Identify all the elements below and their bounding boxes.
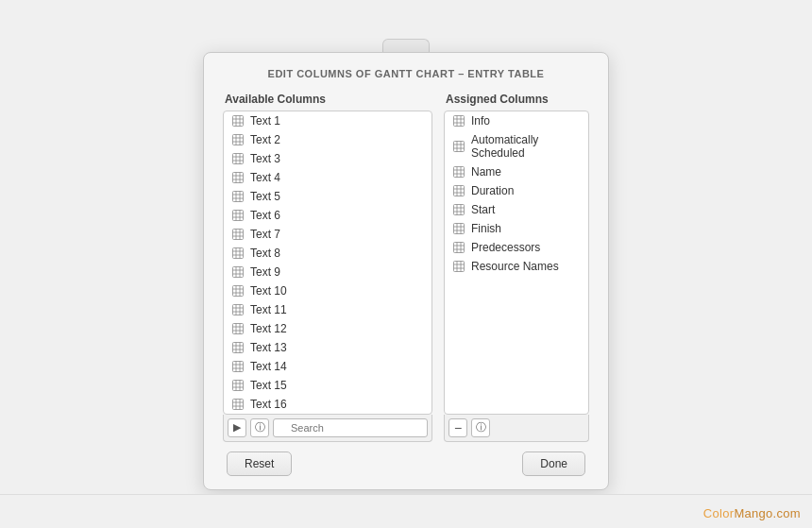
column-icon	[452, 203, 465, 216]
available-list-item[interactable]: Text 14	[224, 357, 431, 376]
column-icon	[231, 265, 245, 279]
column-icon	[231, 247, 245, 260]
svg-rect-90	[454, 166, 465, 177]
assigned-list-item[interactable]: Resource Names	[445, 257, 588, 276]
svg-rect-25	[233, 210, 244, 220]
column-icon	[231, 228, 245, 241]
dialog-title: EDIT COLUMNS OF GANTT CHART – ENTRY TABL…	[223, 68, 589, 79]
available-toolbar: ▶ ⓘ 🔍	[223, 415, 432, 442]
available-list-item[interactable]: Text 7	[224, 225, 431, 244]
column-icon	[452, 222, 465, 235]
available-list-item[interactable]: Text 6	[224, 206, 431, 225]
assigned-list-item[interactable]: Finish	[445, 219, 588, 238]
search-wrapper: 🔍	[273, 418, 428, 437]
assigned-list-item[interactable]: Start	[445, 200, 588, 219]
svg-rect-15	[233, 172, 244, 182]
svg-rect-115	[454, 261, 465, 271]
bottom-bar	[0, 494, 812, 528]
dialog-wrapper: EDIT COLUMNS OF GANTT CHART – ENTRY TABL…	[203, 39, 609, 490]
column-icon	[231, 171, 245, 184]
column-icon	[452, 241, 465, 254]
svg-rect-105	[454, 223, 465, 233]
available-list-item[interactable]: Text 11	[224, 300, 431, 319]
edit-columns-dialog: EDIT COLUMNS OF GANTT CHART – ENTRY TABL…	[203, 52, 609, 490]
available-columns-list[interactable]: Text 1 Text 2 Text 3 Text 4 Text 5	[223, 111, 432, 415]
assigned-list-item[interactable]: Name	[445, 162, 588, 181]
svg-rect-50	[233, 304, 244, 315]
available-list-item[interactable]: Text 4	[224, 168, 431, 187]
assigned-toolbar: − ⓘ	[444, 415, 589, 442]
svg-rect-80	[454, 115, 465, 126]
column-icon	[452, 165, 465, 179]
available-columns-panel: Available Columns Text 1 Text 2 Text 3	[223, 93, 432, 442]
assigned-list-item[interactable]: Info	[445, 111, 588, 130]
info-available-button[interactable]: ⓘ	[250, 418, 269, 437]
search-input[interactable]	[273, 418, 428, 437]
svg-rect-45	[233, 285, 244, 296]
column-icon	[452, 140, 465, 153]
column-icon	[231, 190, 245, 203]
column-icon	[231, 341, 245, 354]
column-icon	[231, 209, 245, 222]
available-list-item[interactable]: Text 12	[224, 319, 431, 338]
svg-rect-75	[233, 399, 244, 409]
available-list-item[interactable]: Text 15	[224, 376, 431, 395]
reset-button[interactable]: Reset	[227, 451, 292, 476]
svg-rect-20	[233, 191, 244, 201]
svg-rect-10	[233, 153, 244, 163]
column-icon	[231, 284, 245, 298]
column-icon	[231, 379, 245, 392]
svg-rect-5	[233, 134, 244, 145]
available-list-item[interactable]: Text 5	[224, 187, 431, 206]
assigned-list-item[interactable]: Duration	[445, 181, 588, 200]
assigned-list-item[interactable]: Predecessors	[445, 238, 588, 257]
available-list-item[interactable]: Text 10	[224, 281, 431, 300]
available-list-item[interactable]: Text 13	[224, 338, 431, 357]
column-icon	[452, 260, 465, 273]
assigned-list-item[interactable]: Automatically Scheduled	[445, 130, 588, 162]
columns-container: Available Columns Text 1 Text 2 Text 3	[223, 93, 589, 442]
svg-rect-60	[233, 342, 244, 352]
dialog-tab	[382, 39, 430, 52]
available-list-item[interactable]: Text 9	[224, 263, 431, 281]
column-icon	[452, 114, 465, 128]
assigned-columns-header: Assigned Columns	[444, 93, 589, 106]
svg-rect-85	[454, 141, 465, 151]
column-icon	[231, 398, 245, 411]
column-icon	[231, 360, 245, 373]
svg-rect-35	[233, 247, 244, 258]
available-list-item[interactable]: Text 2	[224, 130, 431, 149]
svg-rect-30	[233, 229, 244, 239]
svg-rect-55	[233, 323, 244, 333]
column-icon	[452, 184, 465, 197]
available-list-item[interactable]: Text 3	[224, 149, 431, 168]
done-button[interactable]: Done	[522, 451, 585, 476]
svg-rect-95	[454, 185, 465, 196]
column-icon	[231, 303, 245, 316]
column-icon	[231, 152, 245, 165]
assigned-columns-list[interactable]: Info Automatically Scheduled Name Durati…	[444, 111, 589, 415]
watermark: ColorMango.com	[703, 506, 801, 520]
available-columns-header: Available Columns	[223, 93, 432, 106]
column-icon	[231, 133, 245, 146]
info-assigned-button[interactable]: ⓘ	[471, 418, 490, 437]
svg-rect-110	[454, 242, 465, 252]
assigned-columns-panel: Assigned Columns Info Automatically Sche…	[444, 93, 589, 442]
svg-rect-0	[233, 115, 244, 126]
available-list-item[interactable]: Text 16	[224, 395, 431, 414]
available-list-item[interactable]: Text 1	[224, 111, 431, 130]
svg-rect-40	[233, 266, 244, 277]
add-column-button[interactable]: ▶	[228, 418, 246, 437]
dialog-footer: Reset Done	[223, 451, 589, 476]
remove-column-button[interactable]: −	[448, 418, 467, 437]
svg-rect-70	[233, 380, 244, 390]
svg-rect-100	[454, 204, 465, 214]
svg-rect-65	[233, 361, 244, 371]
available-list-item[interactable]: Text 8	[224, 244, 431, 263]
column-icon	[231, 322, 245, 335]
column-icon	[231, 114, 245, 128]
